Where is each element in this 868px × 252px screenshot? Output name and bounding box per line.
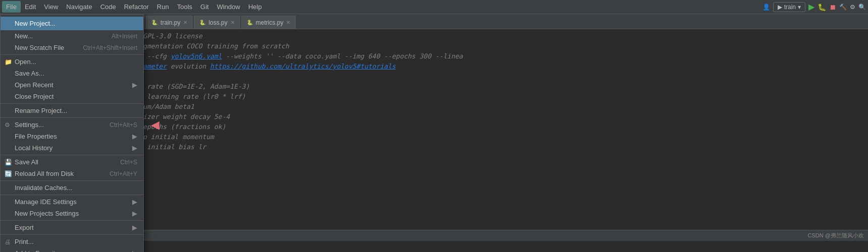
separator-2	[1, 103, 143, 104]
tab-loss-label: loss.py	[208, 19, 227, 26]
menu-bar: File Edit View Navigate Code Refactor Ru…	[0, 0, 868, 14]
tab-train-close[interactable]: ✕	[183, 20, 187, 25]
run-config[interactable]: ▶ train ▾	[773, 2, 805, 12]
settings-shortcut: Ctrl+Alt+S	[110, 121, 137, 129]
settings-menu-icon: ⚙	[5, 121, 15, 129]
menu-file[interactable]: File	[2, 1, 21, 13]
code-line-7: lrf: 0.01 # final OneCycleLR learning ra…	[32, 92, 864, 102]
code-line-2: # Hyperparameters for low-augmentation C…	[32, 41, 864, 51]
save-all-label: Save All	[15, 158, 110, 166]
menu-item-print[interactable]: 🖨 Print...	[1, 236, 143, 247]
code-line-3: # python train.py --batch 64 --cfg yolov…	[32, 51, 864, 61]
menu-help[interactable]: Help	[244, 1, 266, 13]
run-config-label: ▶ train	[778, 4, 796, 11]
tab-metrics-close[interactable]: ✕	[286, 20, 290, 25]
search-icon[interactable]: 🔍	[858, 4, 866, 11]
local-history-label: Local History	[15, 144, 128, 152]
tab-loss[interactable]: 🐍 loss.py ✕	[194, 16, 240, 29]
menu-item-reload[interactable]: 🔄 Reload All from Disk Ctrl+Alt+Y	[1, 168, 143, 179]
menu-item-new-project[interactable]: New Project...	[1, 17, 143, 30]
status-bar-right: CSDN @弗兰随风小欢	[808, 232, 864, 239]
menu-item-new-scratch[interactable]: New Scratch File Ctrl+Alt+Shift+Insert	[1, 42, 143, 53]
tab-loss-close[interactable]: ✕	[231, 20, 235, 25]
main-layout: P ⎇ ⤷ New Project... New... Alt+Insert N…	[0, 14, 868, 241]
separator-3	[1, 117, 143, 118]
save-all-shortcut: Ctrl+S	[120, 159, 137, 166]
settings-arrow-indicator: ◀	[151, 118, 159, 132]
menu-item-export[interactable]: Export ▶	[1, 222, 143, 233]
separator-8	[1, 234, 143, 235]
code-line-11: warmup_momentum: 0.8 # warmup initial mo…	[32, 132, 864, 142]
menu-run[interactable]: Run	[153, 1, 173, 13]
export-label: Export	[15, 224, 128, 231]
menu-item-rename-project[interactable]: Rename Project...	[1, 105, 143, 116]
run-button[interactable]: ▶	[808, 2, 815, 12]
loss-tab-icon: 🐍	[199, 20, 205, 25]
separator-1	[1, 54, 143, 55]
menu-item-file-properties[interactable]: File Properties ▶	[1, 131, 143, 142]
settings-label: Settings...	[15, 121, 99, 129]
close-project-label: Close Project	[15, 93, 137, 100]
tab-metrics-label: metrics.py	[256, 19, 284, 26]
menu-item-new[interactable]: New... Alt+Insert	[1, 30, 143, 42]
menu-edit[interactable]: Edit	[21, 1, 40, 13]
code-line-5	[32, 72, 864, 82]
menu-item-settings[interactable]: ⚙ Settings... Ctrl+Alt+S ◀	[1, 119, 143, 131]
separator-4	[1, 155, 143, 155]
local-history-arrow: ▶	[132, 144, 137, 152]
file-properties-label: File Properties	[15, 133, 128, 140]
menu-code[interactable]: Code	[96, 1, 120, 13]
csdn-watermark: CSDN @弗兰随风小欢	[808, 232, 864, 238]
menu-tools[interactable]: Tools	[173, 1, 196, 13]
tab-train[interactable]: 🐍 train.py ✕	[146, 16, 193, 29]
menu-item-new-projects-settings[interactable]: New Projects Settings ▶	[1, 208, 143, 219]
user-icon[interactable]: 👤	[763, 4, 770, 11]
new-projects-settings-arrow: ▶	[132, 210, 137, 217]
open-recent-label: Open Recent	[15, 81, 128, 89]
code-line-14: cls: 0.5 # cls loss gain	[32, 162, 864, 172]
rename-project-label: Rename Project...	[15, 107, 137, 114]
code-line-4: # See tutorials for hyperparameter evolu…	[32, 61, 864, 72]
file-props-arrow: ▶	[132, 133, 137, 140]
menu-item-open[interactable]: 📁 Open...	[1, 56, 143, 68]
menu-navigate[interactable]: Navigate	[62, 1, 96, 13]
new-projects-settings-label: New Projects Settings	[15, 210, 128, 217]
invalidate-label: Invalidate Caches...	[15, 184, 137, 192]
reload-label: Reload All from Disk	[15, 170, 99, 177]
run-config-chevron: ▾	[798, 4, 801, 11]
tab-metrics[interactable]: 🐍 metrics.py ✕	[241, 16, 296, 29]
menu-item-local-history[interactable]: Local History ▶	[1, 142, 143, 154]
manage-ide-label: Manage IDE Settings	[15, 198, 128, 206]
print-icon: 🖨	[5, 238, 15, 245]
reload-shortcut: Ctrl+Alt+Y	[110, 170, 137, 177]
code-line-12: warmup_bias_lr: 0.1 # warmup initial bia…	[32, 142, 864, 152]
separator-7	[1, 220, 143, 221]
settings-icon[interactable]: ⚙	[850, 4, 855, 11]
save-all-icon: 💾	[5, 159, 15, 166]
menu-item-invalidate[interactable]: Invalidate Caches...	[1, 182, 143, 194]
file-menu: New Project... New... Alt+Insert New Scr…	[0, 14, 144, 252]
menu-item-save-all[interactable]: 💾 Save All Ctrl+S	[1, 156, 143, 168]
save-as-label: Save As...	[15, 70, 137, 77]
menu-window[interactable]: Window	[213, 1, 244, 13]
train-tab-icon: 🐍	[151, 20, 157, 25]
file-menu-dropdown: New Project... New... Alt+Insert New Scr…	[0, 14, 144, 252]
menu-view[interactable]: View	[40, 1, 62, 13]
new-scratch-label: New Scratch File	[15, 44, 73, 51]
code-line-13: box: 0.05 # box loss gain	[32, 152, 864, 162]
new-label: New...	[15, 32, 101, 40]
menu-item-save-as[interactable]: Save As...	[1, 68, 143, 79]
add-to-favorites-label: Add to Favorites	[15, 249, 128, 252]
open-icon: 📁	[5, 58, 15, 66]
menu-item-open-recent[interactable]: Open Recent ▶	[1, 79, 143, 91]
build-button[interactable]: 🔨	[839, 4, 847, 11]
new-scratch-shortcut: Ctrl+Alt+Shift+Insert	[83, 44, 137, 51]
menu-item-manage-ide[interactable]: Manage IDE Settings ▶	[1, 196, 143, 208]
menu-refactor[interactable]: Refactor	[120, 1, 153, 13]
separator-6	[1, 195, 143, 195]
menu-item-close-project[interactable]: Close Project	[1, 91, 143, 102]
menu-item-add-to-favorites[interactable]: Add to Favorites ▶	[1, 247, 143, 252]
menu-git[interactable]: Git	[196, 1, 213, 13]
debug-button[interactable]: 🐛	[818, 3, 826, 11]
stop-button[interactable]: ⏹	[829, 3, 836, 11]
